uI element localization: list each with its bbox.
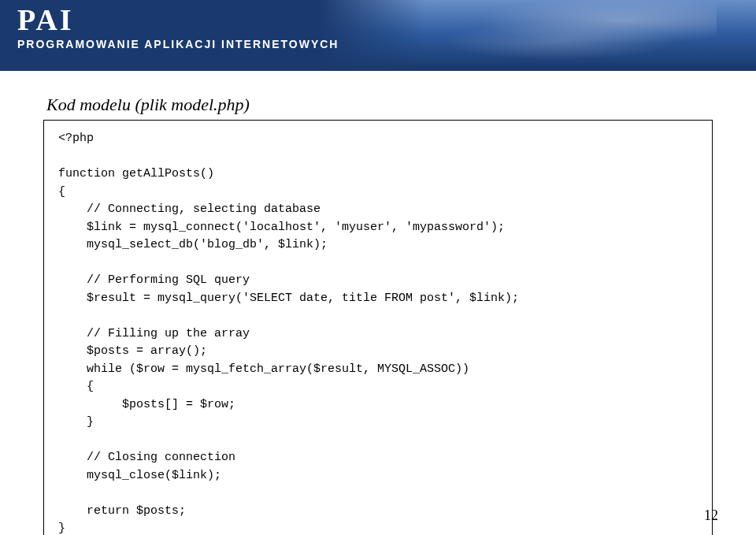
code-line: } — [58, 522, 65, 535]
code-line: } — [58, 415, 94, 429]
code-line: // Performing SQL query — [58, 273, 250, 287]
code-line: mysql_close($link); — [58, 469, 221, 482]
code-line: $link = mysql_connect('localhost', 'myus… — [58, 221, 505, 234]
code-line: $posts[] = $row; — [58, 398, 235, 411]
slide-header: PAI Programowanie Aplikacji Internetowyc… — [0, 0, 756, 71]
code-line: <?php — [58, 132, 94, 145]
logo-title: PAI — [17, 5, 339, 35]
slide-content: Kod modelu (plik model.php) <?php functi… — [0, 71, 756, 535]
logo-subtitle: Programowanie Aplikacji Internetowych — [17, 38, 339, 50]
code-line: { — [58, 185, 65, 199]
code-line: function getAllPosts() — [58, 167, 214, 180]
section-title: Kod modelu (plik model.php) — [46, 95, 713, 115]
code-line: // Filling up the array — [58, 327, 250, 340]
code-line: $result = mysql_query('SELECT date, titl… — [58, 292, 519, 305]
code-line: { — [58, 380, 94, 393]
header-wave-decoration — [402, 0, 717, 69]
page-number: 12 — [704, 507, 718, 524]
code-line: return $posts; — [58, 504, 186, 518]
code-line: $posts = array(); — [58, 344, 207, 358]
code-block: <?php function getAllPosts() { // Connec… — [43, 120, 713, 535]
code-line: // Connecting, selecting database — [58, 202, 321, 216]
code-line: while ($row = mysql_fetch_array($result,… — [58, 362, 469, 376]
logo-block: PAI Programowanie Aplikacji Internetowyc… — [17, 5, 339, 50]
code-line: mysql_select_db('blog_db', $link); — [58, 238, 328, 251]
code-line: // Closing connection — [58, 451, 235, 464]
